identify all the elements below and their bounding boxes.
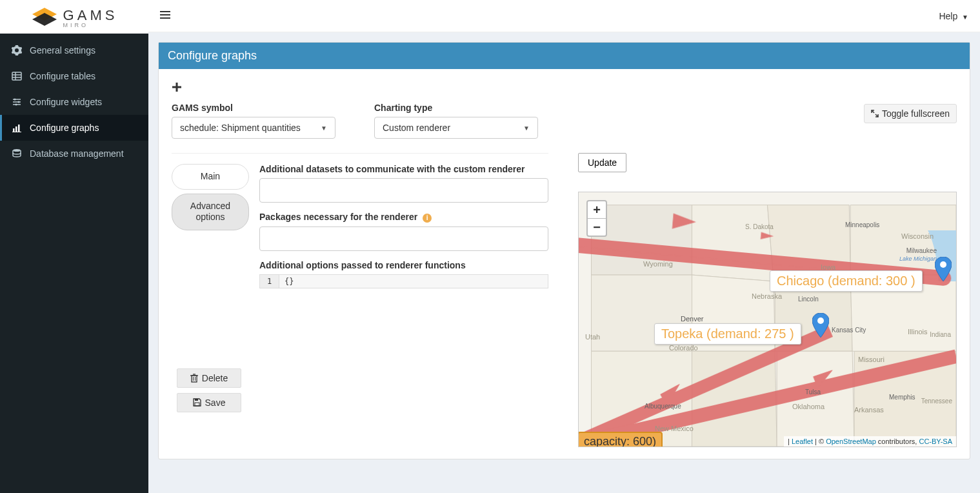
save-icon xyxy=(193,398,201,407)
hamburger-icon[interactable] xyxy=(160,10,170,21)
sidebar: GAMS MIRO General settings Configure tab… xyxy=(0,0,148,493)
expand-icon xyxy=(871,110,879,117)
caret-down-icon: ▼ xyxy=(962,14,968,21)
map-label: Utah xyxy=(585,333,600,341)
logo-icon xyxy=(31,6,58,28)
chart-icon xyxy=(12,123,25,133)
map-label: S. Dakota xyxy=(745,223,774,230)
map-label: Wisconsin xyxy=(901,232,934,240)
chart-type-value: Custom renderer xyxy=(383,123,450,133)
main: Help ▼ Configure graphs GAMS symbol sche… xyxy=(148,0,980,493)
chart-type-dropdown[interactable]: Custom renderer ▼ xyxy=(374,117,538,139)
svg-point-11 xyxy=(15,104,17,106)
map-label: Lake Michigan xyxy=(899,256,937,262)
tooltip-topeka: Topeka (demand: 275 ) xyxy=(654,323,801,345)
map-label: Wyoming xyxy=(643,260,673,268)
map-label: Nebraska xyxy=(752,292,782,300)
sidebar-item-configure-graphs[interactable]: Configure graphs xyxy=(0,115,148,141)
svg-point-36 xyxy=(940,261,946,268)
table-icon xyxy=(12,71,25,81)
toggle-fullscreen-button[interactable]: Toggle fullscreen xyxy=(864,104,957,123)
help-label: Help xyxy=(939,11,957,21)
gams-symbol-value: schedule: Shipment quantities xyxy=(180,123,301,133)
osm-link[interactable]: OpenStreetMap xyxy=(826,438,876,445)
map-label: Colorado xyxy=(669,344,698,352)
map-label: Lincoln xyxy=(798,296,819,303)
map-label: Oklahoma xyxy=(792,403,825,410)
logo-text: GAMS xyxy=(63,7,118,24)
chart-type-label: Charting type xyxy=(374,103,538,113)
chevron-down-icon: ▼ xyxy=(321,125,327,132)
leaflet-link[interactable]: Leaflet xyxy=(792,438,813,445)
map-canvas xyxy=(579,192,956,447)
svg-rect-2 xyxy=(12,72,21,80)
topbar: Help ▼ xyxy=(148,0,980,32)
database-icon xyxy=(12,148,25,159)
code-line-number: 1 xyxy=(260,275,279,288)
delete-button[interactable]: Delete xyxy=(177,368,241,388)
svg-point-37 xyxy=(817,317,824,324)
gams-symbol-group: GAMS symbol schedule: Shipment quantitie… xyxy=(172,103,335,139)
map-label: Missouri xyxy=(858,356,885,363)
svg-point-7 xyxy=(14,99,16,101)
sliders-icon xyxy=(12,97,25,107)
nav-list: General settings Configure tables Config… xyxy=(0,34,148,166)
sidebar-item-configure-tables[interactable]: Configure tables xyxy=(0,63,148,89)
add-graph-button[interactable] xyxy=(172,81,957,95)
map-label: Kansas City xyxy=(832,327,866,334)
zoom-out-button[interactable]: − xyxy=(588,219,606,236)
map-preview[interactable]: Wyoming Nebraska Lincoln Denver Colorado… xyxy=(578,192,957,447)
options-tabs: Main Advanced options xyxy=(172,164,249,297)
save-label: Save xyxy=(205,397,226,408)
gear-icon xyxy=(12,45,25,55)
save-button[interactable]: Save xyxy=(177,393,241,412)
sidebar-item-general-settings[interactable]: General settings xyxy=(0,37,148,63)
packages-input[interactable] xyxy=(259,226,548,251)
svg-rect-30 xyxy=(195,403,199,406)
map-label: Arkansas xyxy=(854,406,884,414)
map-marker-topeka[interactable] xyxy=(812,313,829,339)
svg-rect-14 xyxy=(18,125,20,132)
map-attribution: | Leaflet | © OpenStreetMap contributors… xyxy=(784,436,956,447)
sidebar-item-configure-widgets[interactable]: Configure widgets xyxy=(0,89,148,115)
help-dropdown[interactable]: Help ▼ xyxy=(939,11,968,21)
delete-label: Delete xyxy=(202,373,228,383)
packages-label: Packages necessary for the renderer i xyxy=(259,212,548,223)
tooltip-chicago: Chicago (demand: 300 ) xyxy=(770,270,923,292)
map-label: Albuquerque xyxy=(645,403,681,410)
logo: GAMS MIRO xyxy=(0,0,148,34)
sidebar-item-label: Database management xyxy=(30,148,124,159)
zoom-in-button[interactable]: + xyxy=(588,201,606,219)
gams-symbol-label: GAMS symbol xyxy=(172,103,335,113)
options-code-editor[interactable]: 1 {} xyxy=(259,274,548,288)
code-content: {} xyxy=(279,275,299,288)
sidebar-item-label: Configure widgets xyxy=(30,97,102,107)
sidebar-item-database[interactable]: Database management xyxy=(0,141,148,166)
info-icon[interactable]: i xyxy=(423,214,432,223)
panel-title: Configure graphs xyxy=(159,43,970,69)
datasets-label: Additional datasets to communicate with … xyxy=(259,164,548,174)
datasets-input[interactable] xyxy=(259,178,548,203)
chart-type-group: Charting type Custom renderer ▼ xyxy=(374,103,538,139)
toggle-fullscreen-label: Toggle fullscreen xyxy=(882,108,950,119)
svg-rect-13 xyxy=(15,126,17,132)
cc-link[interactable]: CC-BY-SA xyxy=(919,438,952,445)
map-marker-chicago[interactable] xyxy=(935,257,952,283)
svg-rect-24 xyxy=(192,376,197,382)
configure-graphs-panel: Configure graphs GAMS symbol schedule: S… xyxy=(158,42,970,459)
sidebar-item-label: Configure tables xyxy=(30,71,95,81)
sidebar-item-label: General settings xyxy=(30,45,95,55)
tab-advanced[interactable]: Advanced options xyxy=(172,194,249,230)
sidebar-item-label: Configure graphs xyxy=(30,123,99,133)
map-label: Memphis xyxy=(889,394,915,401)
map-label: Milwaukee xyxy=(906,247,937,254)
map-label: Tulsa xyxy=(805,388,821,396)
map-label: Illinois xyxy=(908,328,928,336)
update-button[interactable]: Update xyxy=(578,153,626,172)
map-label: Minneapolis xyxy=(845,221,879,228)
map-label: Indiana xyxy=(930,331,951,338)
map-label: Denver xyxy=(681,315,703,323)
trash-icon xyxy=(190,374,198,383)
gams-symbol-dropdown[interactable]: schedule: Shipment quantities ▼ xyxy=(172,117,335,139)
tab-main[interactable]: Main xyxy=(172,164,249,190)
